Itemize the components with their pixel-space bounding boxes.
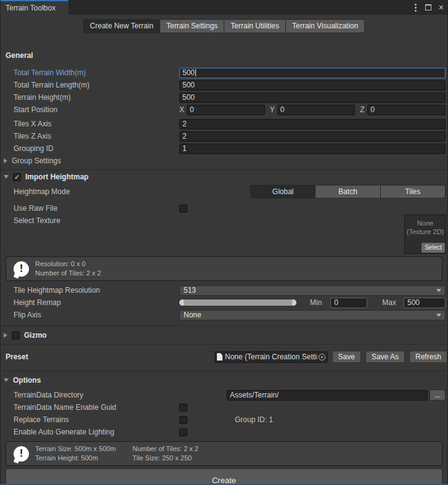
tiles-x-label: Tiles X Axis [1, 120, 179, 128]
refresh-button[interactable]: Refresh [409, 351, 447, 363]
start-z-label: Z [360, 105, 367, 114]
terrain-size-text: Terrain Size: 500m x 500m [35, 444, 132, 454]
foldout-arrow-icon [4, 333, 7, 338]
options-foldout[interactable]: Options [1, 374, 447, 386]
main-toolbar: Create New Terrain Terrain Settings Terr… [1, 15, 447, 37]
toolbox-tab-group: Create New Terrain Terrain Settings Terr… [83, 19, 365, 33]
chevron-down-icon [436, 289, 441, 292]
tiles-x-row: Tiles X Axis [1, 118, 447, 130]
create-button[interactable]: Create [6, 468, 442, 485]
texture-object-field[interactable]: None (Texture 2D) Select [404, 214, 446, 254]
terrain-toolbox-window: Terrain Toolbox × Create New Terrain Ter… [0, 0, 448, 485]
preset-row: Preset None (Terrain Creation Settings S… [1, 349, 447, 364]
save-button[interactable]: Save [332, 351, 361, 363]
save-as-button[interactable]: Save As [365, 351, 405, 363]
start-position-row: Start Position X Y Z [1, 104, 447, 116]
terraindata-guid-checkbox[interactable] [179, 404, 187, 412]
title-bar: Terrain Toolbox × [1, 0, 447, 15]
general-header: General [1, 51, 447, 60]
texture-none-line2: (Texture 2D) [405, 227, 446, 236]
resolution-info: Resolution: 0 x 0 [35, 259, 101, 269]
use-raw-file-label: Use Raw File [1, 204, 179, 213]
window-tab[interactable]: Terrain Toolbox [1, 0, 68, 15]
height-remap-slider[interactable] [179, 300, 296, 306]
auto-lighting-checkbox[interactable] [179, 428, 187, 436]
tiles-z-row: Tiles Z Axis [1, 130, 447, 142]
foldout-arrow-icon [4, 175, 9, 179]
heightmap-mode-row: Heightmap Mode Global Batch Tiles [1, 184, 447, 200]
separator [1, 344, 447, 344]
replace-terrains-checkbox[interactable] [179, 416, 187, 424]
auto-lighting-label: Enable Auto Generate Lighting [1, 428, 179, 436]
replace-terrains-row: Replace Terrains Group ID: 1 [1, 414, 447, 426]
start-position-label: Start Position [1, 105, 179, 114]
auto-lighting-row: Enable Auto Generate Lighting [1, 426, 447, 438]
heightmap-mode-group: Global Batch Tiles [250, 185, 446, 198]
import-heightmap-label: Import Heightmap [25, 173, 89, 181]
terrain-height-text: Terrain Height: 500m [35, 454, 132, 463]
tile-heightmap-resolution-label: Tile Heightmap Resolution [1, 286, 179, 295]
mode-global-button[interactable]: Global [250, 185, 316, 198]
total-terrain-length-label: Total Terrain Length(m) [1, 81, 179, 89]
use-raw-file-checkbox[interactable] [179, 205, 187, 213]
total-terrain-length-field[interactable] [179, 80, 446, 91]
max-label: Max [382, 298, 396, 307]
select-texture-row: Select Texture None (Texture 2D) Select [1, 214, 447, 255]
tiles-info: Number of Tiles: 2 x 2 [35, 269, 101, 278]
preset-object-field[interactable]: None (Terrain Creation Settings [214, 351, 328, 363]
slider-max-handle[interactable] [292, 300, 296, 306]
group-settings-foldout[interactable]: Group Settings [1, 155, 447, 167]
window-menu-icon[interactable] [413, 2, 418, 13]
separator [1, 370, 447, 371]
group-id-text: Group ID: 1 [235, 415, 273, 424]
tab-terrain-utilities[interactable]: Terrain Utilities [224, 19, 286, 33]
grouping-id-field[interactable] [179, 144, 446, 154]
browse-button[interactable]: ... [430, 389, 446, 401]
maximize-icon[interactable] [425, 4, 431, 10]
total-terrain-width-field[interactable]: 500 [179, 68, 446, 78]
select-texture-label: Select Texture [1, 214, 179, 225]
terrain-height-field[interactable] [179, 92, 446, 103]
start-z-field[interactable] [367, 105, 446, 115]
mode-tiles-button[interactable]: Tiles [381, 185, 446, 198]
replace-terrains-label: Replace Terrains [1, 415, 179, 424]
mode-batch-button[interactable]: Batch [316, 185, 380, 198]
terraindata-directory-field[interactable] [227, 390, 428, 401]
tiles-x-field[interactable] [179, 119, 446, 129]
height-remap-label: Height Remap [1, 298, 179, 307]
info-icon: ! [14, 446, 29, 462]
create-terrain-panel: General Total Terrain Width(m) 500 Total… [1, 37, 447, 485]
tile-resolution-dropdown[interactable]: 513 [179, 285, 446, 296]
tab-create-new-terrain[interactable]: Create New Terrain [83, 19, 160, 33]
gizmo-foldout[interactable]: Gizmo [1, 329, 447, 341]
gizmo-label: Gizmo [24, 331, 47, 340]
texture-select-button[interactable]: Select [422, 243, 445, 253]
use-raw-file-row: Use Raw File [1, 202, 447, 214]
min-field[interactable] [330, 298, 367, 308]
start-x-label: X [179, 105, 187, 114]
import-heightmap-checkbox[interactable]: ✓ [13, 173, 21, 181]
separator [1, 325, 447, 326]
total-terrain-length-row: Total Terrain Length(m) [1, 79, 447, 91]
max-field[interactable] [404, 298, 446, 308]
chevron-down-icon [436, 314, 441, 317]
tab-terrain-visualization[interactable]: Terrain Visualization [286, 19, 365, 33]
start-x-field[interactable] [187, 105, 265, 115]
tiles-z-field[interactable] [179, 131, 446, 142]
close-icon[interactable]: × [439, 3, 444, 12]
tile-heightmap-resolution-row: Tile Heightmap Resolution 513 [1, 284, 447, 296]
import-heightmap-header[interactable]: ✓ Import Heightmap [1, 170, 447, 184]
grouping-id-label: Grouping ID [1, 144, 179, 153]
terrain-summary-box: ! Terrain Size: 500m x 500m Terrain Heig… [6, 441, 442, 466]
min-label: Min [310, 298, 322, 307]
slider-min-handle[interactable] [179, 300, 184, 306]
texture-none-line1: None [405, 219, 446, 227]
object-picker-icon[interactable] [319, 354, 325, 361]
gizmo-checkbox[interactable] [12, 332, 20, 340]
flip-axis-dropdown[interactable]: None [179, 310, 446, 320]
terraindata-directory-label: TerrainData Directory [1, 391, 179, 399]
total-terrain-width-label: Total Terrain Width(m) [1, 68, 179, 77]
start-y-field[interactable] [277, 105, 356, 115]
tab-terrain-settings[interactable]: Terrain Settings [160, 19, 224, 33]
heightmap-mode-label: Heightmap Mode [1, 187, 179, 196]
